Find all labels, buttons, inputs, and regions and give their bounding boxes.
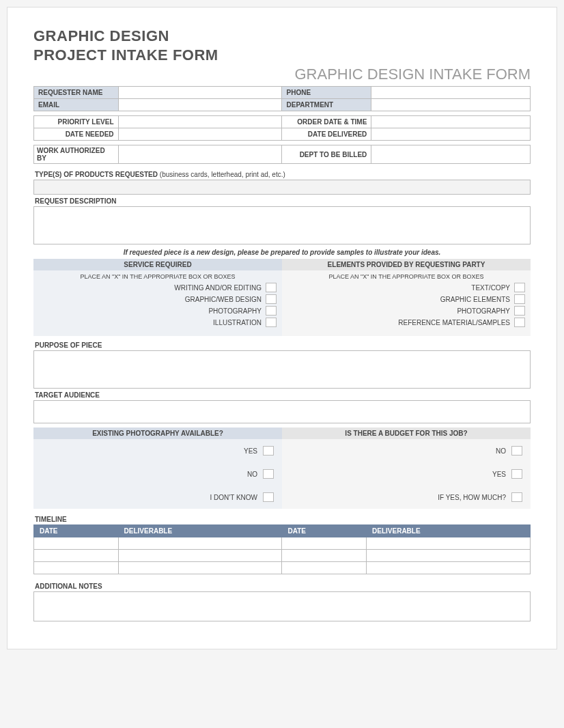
service-check-2[interactable] bbox=[266, 306, 277, 316]
service-elements-body: PLACE AN "X" IN THE APPROPRIATE BOX OR B… bbox=[33, 270, 531, 336]
elements-column: PLACE AN "X" IN THE APPROPRIATE BOX OR B… bbox=[282, 270, 531, 336]
photo-column: YES NO I DON'T KNOW bbox=[33, 439, 282, 509]
photo-dontknow-row: I DON'T KNOW bbox=[33, 486, 282, 509]
request-desc-label: REQUEST DESCRIPTION bbox=[33, 195, 531, 206]
department-label: DEPARTMENT bbox=[282, 99, 371, 111]
service-row-1: GRAPHIC/WEB DESIGN bbox=[39, 294, 277, 304]
phone-label: PHONE bbox=[282, 87, 371, 99]
work-auth-label: WORK AUTHORIZED BY bbox=[34, 145, 119, 164]
design-note: If requested piece is a new design, plea… bbox=[33, 244, 531, 259]
photo-no-check[interactable] bbox=[263, 469, 274, 479]
page-title: GRAPHIC DESIGN PROJECT INTAKE FORM bbox=[33, 27, 531, 64]
page-subtitle: GRAPHIC DESIGN INTAKE FORM bbox=[33, 66, 531, 83]
priority-label: PRIORITY LEVEL bbox=[34, 116, 119, 128]
service-row-2: PHOTOGRAPHY bbox=[39, 306, 277, 316]
service-header: SERVICE REQUIRED bbox=[33, 259, 282, 270]
service-elements-header: SERVICE REQUIRED ELEMENTS PROVIDED BY RE… bbox=[33, 259, 531, 270]
timeline-cell[interactable] bbox=[118, 550, 282, 562]
elements-row-2: PHOTOGRAPHY bbox=[287, 306, 525, 316]
elements-row-0: TEXT/COPY bbox=[287, 283, 525, 292]
timeline-cell[interactable] bbox=[118, 537, 282, 550]
photo-dontknow-check[interactable] bbox=[263, 492, 274, 502]
contact-table: REQUESTER NAME PHONE EMAIL DEPARTMENT bbox=[33, 86, 531, 111]
timeline-cell[interactable] bbox=[367, 537, 531, 550]
title-line-2: PROJECT INTAKE FORM bbox=[33, 46, 218, 64]
budget-yes-row: YES bbox=[282, 462, 531, 486]
products-hint: (business cards, letterhead, print ad, e… bbox=[160, 171, 285, 178]
elements-check-3[interactable] bbox=[514, 318, 525, 327]
timeline-cell[interactable] bbox=[367, 562, 531, 574]
budget-amount-input[interactable] bbox=[511, 492, 522, 502]
timeline-cell[interactable] bbox=[34, 537, 119, 550]
audience-input[interactable] bbox=[33, 400, 531, 423]
elements-instruction: PLACE AN "X" IN THE APPROPRIATE BOX OR B… bbox=[287, 273, 525, 280]
timeline-h2: DATE bbox=[282, 525, 367, 537]
billed-label: DEPT TO BE BILLED bbox=[282, 145, 371, 164]
budget-column: NO YES IF YES, HOW MUCH? bbox=[282, 439, 531, 509]
service-column: PLACE AN "X" IN THE APPROPRIATE BOX OR B… bbox=[33, 270, 282, 336]
timeline-cell[interactable] bbox=[34, 562, 119, 574]
requester-name-label: REQUESTER NAME bbox=[34, 87, 119, 99]
photo-budget-body: YES NO I DON'T KNOW NO YES IF YES, HOW M… bbox=[33, 439, 531, 509]
budget-no-check[interactable] bbox=[511, 446, 522, 456]
purpose-input[interactable] bbox=[33, 350, 531, 389]
elements-check-0[interactable] bbox=[514, 283, 525, 292]
timeline-cell[interactable] bbox=[282, 562, 367, 574]
timeline-h1: DELIVERABLE bbox=[118, 525, 282, 537]
timeline-table: DATE DELIVERABLE DATE DELIVERABLE bbox=[33, 524, 531, 574]
page: GRAPHIC DESIGN PROJECT INTAKE FORM GRAPH… bbox=[7, 7, 557, 649]
service-check-0[interactable] bbox=[266, 283, 277, 292]
photo-yes-row: YES bbox=[33, 439, 282, 462]
service-instruction: PLACE AN "X" IN THE APPROPRIATE BOX OR B… bbox=[39, 273, 277, 280]
service-row-3: ILLUSTRATION bbox=[39, 318, 277, 327]
photo-no-row: NO bbox=[33, 462, 282, 486]
date-needed-input[interactable] bbox=[118, 128, 282, 141]
date-needed-label: DATE NEEDED bbox=[34, 128, 119, 141]
phone-input[interactable] bbox=[371, 87, 531, 99]
timeline-h3: DELIVERABLE bbox=[367, 525, 531, 537]
timeline-cell[interactable] bbox=[282, 550, 367, 562]
elements-header: ELEMENTS PROVIDED BY REQUESTING PARTY bbox=[282, 259, 531, 270]
elements-check-2[interactable] bbox=[514, 306, 525, 316]
timeline-cell[interactable] bbox=[282, 537, 367, 550]
timeline-cell[interactable] bbox=[34, 550, 119, 562]
photo-budget-header: EXISTING PHOTOGRAPHY AVAILABLE? IS THERE… bbox=[33, 428, 531, 439]
auth-table: WORK AUTHORIZED BY DEPT TO BE BILLED bbox=[33, 145, 531, 164]
elements-row-3: REFERENCE MATERIAL/SAMPLES bbox=[287, 318, 525, 327]
title-line-1: GRAPHIC DESIGN bbox=[33, 27, 169, 44]
date-delivered-input[interactable] bbox=[371, 128, 531, 141]
timeline-row-2 bbox=[34, 562, 531, 574]
work-auth-input[interactable] bbox=[118, 145, 282, 164]
service-check-1[interactable] bbox=[266, 294, 277, 304]
service-check-3[interactable] bbox=[266, 318, 277, 327]
notes-input[interactable] bbox=[33, 591, 531, 621]
elements-row-1: GRAPHIC ELEMENTS bbox=[287, 294, 525, 304]
department-input[interactable] bbox=[371, 99, 531, 111]
email-label: EMAIL bbox=[34, 99, 119, 111]
elements-check-1[interactable] bbox=[514, 294, 525, 304]
audience-label: TARGET AUDIENCE bbox=[33, 389, 531, 400]
billed-input[interactable] bbox=[371, 145, 531, 164]
photo-header: EXISTING PHOTOGRAPHY AVAILABLE? bbox=[33, 428, 282, 439]
budget-no-row: NO bbox=[282, 439, 531, 462]
order-date-input[interactable] bbox=[371, 116, 531, 128]
photo-yes-check[interactable] bbox=[263, 446, 274, 456]
service-row-0: WRITING AND/OR EDITING bbox=[39, 283, 277, 292]
order-date-label: ORDER DATE & TIME bbox=[282, 116, 371, 128]
dates-table: PRIORITY LEVEL ORDER DATE & TIME DATE NE… bbox=[33, 115, 531, 141]
budget-yes-check[interactable] bbox=[511, 469, 522, 479]
timeline-h0: DATE bbox=[34, 525, 119, 537]
request-desc-input[interactable] bbox=[33, 206, 531, 244]
requester-name-input[interactable] bbox=[118, 87, 282, 99]
timeline-row-0 bbox=[34, 537, 531, 550]
budget-header: IS THERE A BUDGET FOR THIS JOB? bbox=[282, 428, 531, 439]
priority-input[interactable] bbox=[118, 116, 282, 128]
products-label: TYPE(S) OF PRODUCTS REQUESTED (business … bbox=[33, 168, 531, 180]
budget-amount-row: IF YES, HOW MUCH? bbox=[282, 486, 531, 509]
timeline-row-1 bbox=[34, 550, 531, 562]
purpose-label: PURPOSE OF PIECE bbox=[33, 336, 531, 350]
timeline-cell[interactable] bbox=[118, 562, 282, 574]
products-input[interactable] bbox=[33, 180, 531, 195]
email-input[interactable] bbox=[118, 99, 282, 111]
timeline-cell[interactable] bbox=[367, 550, 531, 562]
